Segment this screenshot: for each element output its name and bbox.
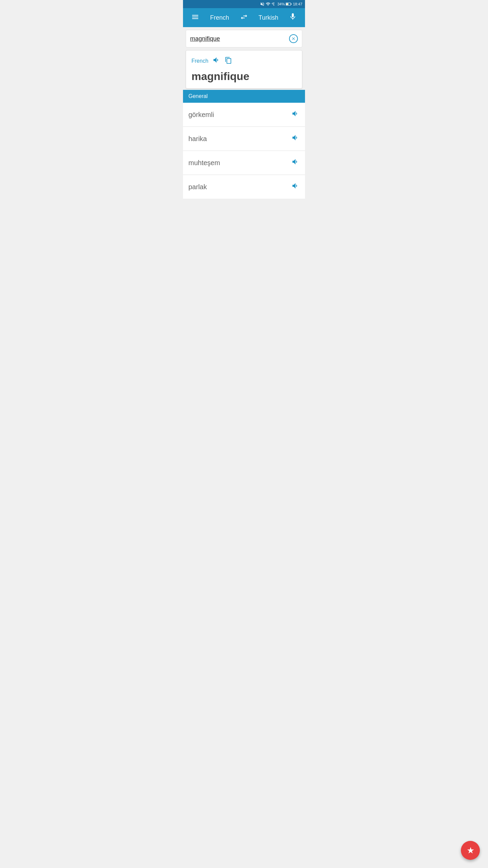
speaker-button-3[interactable]	[291, 182, 300, 192]
translations-list: görkemli harika muhteşem parlak	[183, 103, 305, 199]
target-language[interactable]: Turkish	[251, 14, 286, 21]
clear-search-button[interactable]	[289, 34, 298, 43]
muted-icon	[260, 2, 265, 6]
card-speaker-button[interactable]	[212, 56, 221, 66]
source-word: magnifique	[191, 70, 297, 83]
translation-item: görkemli	[183, 103, 305, 127]
section-header-text: General	[188, 93, 208, 99]
speaker-button-0[interactable]	[291, 110, 300, 120]
source-language[interactable]: French	[202, 14, 237, 21]
translation-word: parlak	[188, 183, 291, 191]
svg-rect-2	[291, 4, 291, 5]
card-copy-button[interactable]	[225, 57, 232, 66]
signal-icon	[271, 2, 276, 6]
search-box[interactable]	[186, 30, 302, 47]
status-icons: 34% 18:47	[260, 2, 302, 6]
card-header: French	[191, 56, 297, 66]
speaker-button-2[interactable]	[291, 158, 300, 168]
translation-word: harika	[188, 135, 291, 143]
translation-item: muhteşem	[183, 151, 305, 175]
status-bar: 34% 18:47	[183, 0, 305, 8]
speaker-button-1[interactable]	[291, 134, 300, 144]
translation-item: harika	[183, 127, 305, 151]
general-section-header: General	[183, 90, 305, 103]
card-language-label: French	[191, 58, 208, 64]
translation-item: parlak	[183, 175, 305, 199]
wifi-icon	[266, 2, 270, 6]
translation-card: French magnifique	[186, 50, 302, 88]
translation-word: muhteşem	[188, 159, 291, 167]
battery-icon	[286, 2, 292, 6]
menu-button[interactable]	[188, 10, 202, 25]
search-input[interactable]	[190, 35, 289, 42]
battery-percent: 34%	[277, 2, 285, 6]
swap-languages-button[interactable]	[237, 10, 251, 25]
time: 18:47	[293, 2, 302, 6]
mic-button[interactable]	[286, 10, 300, 25]
translation-word: görkemli	[188, 111, 291, 119]
toolbar: French Turkish	[183, 8, 305, 27]
